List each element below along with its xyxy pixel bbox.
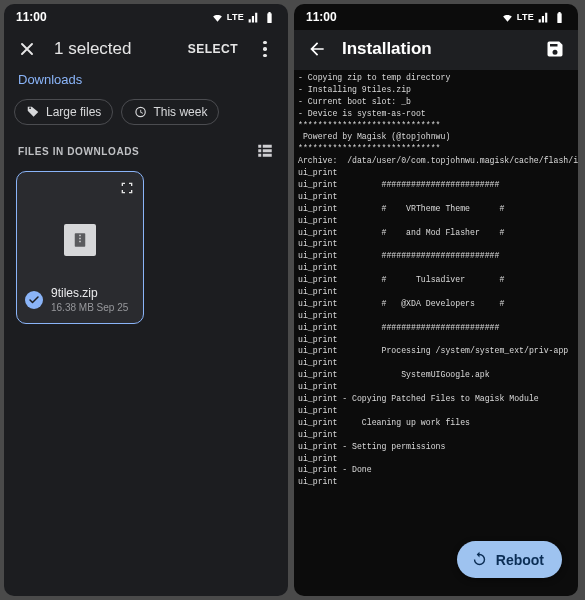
- zip-icon: [71, 231, 89, 249]
- status-icons: LTE: [211, 11, 276, 24]
- terminal-line: ui_print # @XDA Developers #: [298, 298, 576, 310]
- close-button[interactable]: [16, 38, 38, 60]
- terminal-line: ui_print # Tulsadiver #: [298, 274, 576, 286]
- wifi-icon: [501, 11, 514, 24]
- terminal-line: ui_print ########################: [298, 250, 576, 262]
- lte-label: LTE: [227, 12, 244, 22]
- terminal-line: - Current boot slot: _b: [298, 96, 576, 108]
- terminal-line: ui_print # VRTheme Theme #: [298, 203, 576, 215]
- save-log-button[interactable]: [544, 38, 566, 60]
- overflow-menu-button[interactable]: [254, 38, 276, 60]
- save-icon: [545, 39, 565, 59]
- clock: 11:00: [16, 10, 47, 24]
- signal-icon: [537, 11, 550, 24]
- terminal-line: ui_print ########################: [298, 322, 576, 334]
- expand-button[interactable]: [119, 180, 135, 200]
- terminal-line: - Copying zip to temp directory: [298, 72, 576, 84]
- view-toggle-button[interactable]: [256, 141, 274, 161]
- terminal-line: ui_print: [298, 476, 576, 488]
- reboot-button[interactable]: Reboot: [457, 541, 562, 578]
- chip-label: Large files: [46, 105, 101, 119]
- terminal-line: ui_print: [298, 405, 576, 417]
- file-name: 9tiles.zip: [51, 286, 128, 300]
- terminal-line: ui_print: [298, 310, 576, 322]
- file-picker-screen: 11:00 LTE 1 selected SELECT Downloads La…: [4, 4, 288, 596]
- tag-icon: [26, 105, 40, 119]
- file-detail: 16.38 MB Sep 25: [51, 302, 128, 313]
- file-card[interactable]: 9tiles.zip 16.38 MB Sep 25: [16, 171, 144, 324]
- section-header: FILES IN DOWNLOADS: [4, 137, 288, 171]
- close-icon: [17, 39, 37, 59]
- status-bar: 11:00 LTE: [4, 4, 288, 30]
- select-button[interactable]: SELECT: [188, 42, 238, 56]
- list-view-icon: [256, 141, 274, 159]
- terminal-line: ui_print Cleaning up work files: [298, 417, 576, 429]
- reboot-icon: [471, 551, 488, 568]
- installer-screen: 11:00 LTE Installation - Copying zip to …: [294, 4, 578, 596]
- terminal-line: *****************************: [298, 120, 576, 132]
- terminal-line: ui_print ########################: [298, 179, 576, 191]
- terminal-line: ui_print: [298, 286, 576, 298]
- page-title: Installation: [342, 39, 530, 59]
- chip-large-files[interactable]: Large files: [14, 99, 113, 125]
- battery-icon: [263, 11, 276, 24]
- lte-label: LTE: [517, 12, 534, 22]
- section-title: FILES IN DOWNLOADS: [18, 146, 139, 157]
- chip-this-week[interactable]: This week: [121, 99, 219, 125]
- wifi-icon: [211, 11, 224, 24]
- terminal-line: ui_print - Setting permissions: [298, 441, 576, 453]
- terminal-output: - Copying zip to temp directory- Install…: [294, 70, 578, 596]
- terminal-line: ui_print: [298, 357, 576, 369]
- app-bar: Installation: [294, 30, 578, 70]
- terminal-line: ui_print: [298, 262, 576, 274]
- terminal-line: ui_print: [298, 334, 576, 346]
- terminal-line: ui_print: [298, 191, 576, 203]
- terminal-line: ui_print: [298, 429, 576, 441]
- chip-label: This week: [153, 105, 207, 119]
- file-thumbnail: [64, 224, 96, 256]
- clock: 11:00: [306, 10, 337, 24]
- arrow-back-icon: [307, 39, 327, 59]
- file-grid: 9tiles.zip 16.38 MB Sep 25: [4, 171, 288, 324]
- terminal-line: - Device is system-as-root: [298, 108, 576, 120]
- status-icons: LTE: [501, 11, 566, 24]
- terminal-line: Powered by Magisk (@topjohnwu): [298, 131, 576, 143]
- terminal-line: - Installing 9tiles.zip: [298, 84, 576, 96]
- history-icon: [133, 105, 147, 119]
- signal-icon: [247, 11, 260, 24]
- battery-icon: [553, 11, 566, 24]
- terminal-line: ui_print - Done: [298, 464, 576, 476]
- filter-chips: Large files This week: [4, 99, 288, 137]
- terminal-line: ui_print: [298, 453, 576, 465]
- breadcrumb[interactable]: Downloads: [4, 68, 288, 99]
- terminal-line: ui_print # and Mod Flasher #: [298, 227, 576, 239]
- terminal-line: ui_print: [298, 215, 576, 227]
- terminal-line: ui_print SystemUIGoogle.apk: [298, 369, 576, 381]
- fullscreen-icon: [119, 180, 135, 196]
- file-info-row: 9tiles.zip 16.38 MB Sep 25: [25, 286, 135, 313]
- back-button[interactable]: [306, 38, 328, 60]
- reboot-label: Reboot: [496, 552, 544, 568]
- selection-title: 1 selected: [54, 39, 172, 59]
- terminal-line: ui_print: [298, 381, 576, 393]
- check-icon: [28, 294, 40, 306]
- terminal-line: *****************************: [298, 143, 576, 155]
- selected-checkmark[interactable]: [25, 291, 43, 309]
- terminal-line: ui_print Processing /system/system_ext/p…: [298, 345, 576, 357]
- app-bar: 1 selected SELECT: [4, 30, 288, 68]
- terminal-line: Archive: /data/user/0/com.topjohnwu.magi…: [298, 155, 576, 167]
- status-bar: 11:00 LTE: [294, 4, 578, 30]
- terminal-line: ui_print: [298, 238, 576, 250]
- terminal-line: ui_print - Copying Patched Files to Magi…: [298, 393, 576, 405]
- terminal-line: ui_print: [298, 167, 576, 179]
